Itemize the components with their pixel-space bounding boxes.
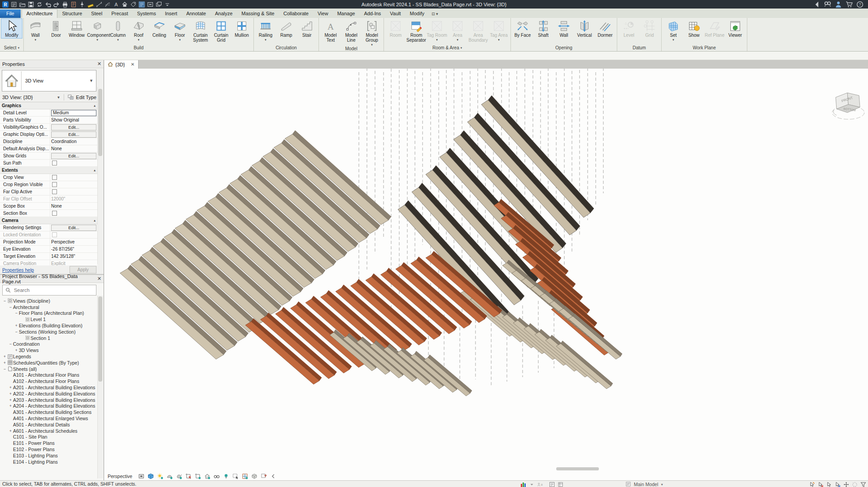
property-value-discipline[interactable]: Coordination — [50, 138, 97, 145]
viewport-size-icon[interactable] — [138, 473, 144, 479]
type-selector[interactable]: 3D View ▼ — [2, 70, 96, 91]
tree-expander-icon[interactable]: + — [8, 404, 13, 408]
tree-item-a101-architectural-floor-plans[interactable]: A101 - Architectural Floor Plans — [0, 372, 104, 378]
property-value-section-box[interactable] — [50, 210, 97, 217]
help-icon[interactable]: ? — [856, 1, 864, 8]
tab-massing-site[interactable]: Massing & Site — [237, 9, 279, 18]
tree-item-a201-architectural-building-elevations[interactable]: +A201 - Architectural Building Elevation… — [0, 384, 104, 391]
ceiling-button[interactable]: Ceiling — [149, 19, 170, 38]
tree-expander-icon[interactable]: + — [8, 385, 13, 390]
property-value-rendering-settings[interactable]: Edit... — [50, 224, 97, 231]
property-value-visibility-graphics-o[interactable]: Edit... — [50, 124, 97, 130]
tree-item-architectural[interactable]: −Architectural — [0, 304, 104, 310]
tab-precast[interactable]: Precast — [107, 9, 132, 18]
temporary-hide-isolate-icon[interactable] — [214, 473, 220, 479]
properties-scrollbar[interactable] — [97, 87, 103, 264]
select-underlay-toggle[interactable] — [818, 482, 824, 487]
tree-item-sheets-all[interactable]: −Sheets (all) — [0, 366, 104, 372]
tab-file[interactable]: File — [0, 9, 21, 18]
tab-vault[interactable]: Vault — [385, 9, 405, 18]
floor-button[interactable]: Floor▾ — [170, 19, 190, 41]
property-value-scope-box[interactable]: None — [50, 203, 97, 209]
workset-user-icon[interactable]: :0 — [537, 482, 546, 487]
property-value-show-grids[interactable]: Edit... — [50, 152, 97, 159]
tab-systems[interactable]: Systems — [132, 9, 160, 18]
by-face-button[interactable]: By Face — [512, 19, 533, 38]
tree-item-section-1[interactable]: Section 1 — [0, 335, 104, 341]
thin-lines-icon[interactable] — [104, 1, 111, 8]
tree-expander-icon[interactable]: − — [2, 367, 7, 371]
main-model-label[interactable]: Main Model — [634, 482, 658, 487]
print-icon[interactable] — [61, 1, 69, 8]
tree-item-a202-architectural-building-elevations[interactable]: +A202 - Architectural Building Elevation… — [0, 391, 104, 397]
home-3d-view-icon[interactable] — [121, 1, 128, 8]
select-links-toggle[interactable] — [809, 482, 815, 487]
text-icon[interactable]: A — [112, 1, 120, 8]
window-button[interactable]: Window — [66, 19, 87, 38]
tab-add-ins[interactable]: Add-Ins — [359, 9, 385, 18]
editing-requests-icon[interactable] — [549, 482, 555, 487]
canvas-horizontal-scrollbar[interactable] — [556, 467, 599, 470]
tree-item-floor-plans-architectural-plan[interactable]: −Floor Plans (Architectural Plan) — [0, 310, 104, 317]
property-value-crop-region-visible[interactable] — [50, 181, 97, 188]
set-button[interactable]: Set▾ — [663, 19, 684, 41]
tree-item-legends[interactable]: +Legends — [0, 353, 104, 360]
aligned-dimension-icon[interactable] — [95, 1, 103, 8]
search-icon[interactable] — [824, 1, 831, 8]
tab-modify[interactable]: Modify — [406, 9, 429, 18]
tab-manage[interactable]: Manage — [333, 9, 360, 18]
shadows-icon[interactable] — [166, 473, 173, 479]
measure-icon[interactable] — [87, 1, 94, 8]
ramp-button[interactable]: Ramp — [276, 19, 297, 38]
tree-item-schedules-quantities-by-type[interactable]: +Schedules/Quantities (By Type) — [0, 360, 104, 366]
search-input[interactable] — [13, 287, 93, 293]
view-cube[interactable]: FRONT BOTTOM — [830, 87, 867, 131]
caret-icon[interactable] — [529, 482, 535, 487]
property-value-crop-view[interactable] — [50, 174, 97, 181]
filter-toggle[interactable] — [860, 482, 866, 487]
design-options-control[interactable]: Main Model ▼ — [626, 481, 663, 487]
tab-structure[interactable]: Structure — [57, 9, 87, 18]
apply-button[interactable]: Apply — [70, 266, 96, 274]
locked-3d-view-icon[interactable] — [204, 473, 210, 479]
wall-button[interactable]: Wall — [554, 19, 574, 38]
section-camera[interactable]: Camera▴ — [0, 217, 97, 224]
property-value-detail-level[interactable]: Medium — [50, 109, 97, 116]
property-value-graphic-display-opti[interactable]: Edit... — [50, 131, 97, 138]
component-button[interactable]: Component▾ — [87, 19, 108, 41]
tree-expander-icon[interactable]: − — [14, 330, 19, 334]
browser-search-box[interactable] — [2, 285, 96, 296]
tree-item-elevations-building-elevation[interactable]: +Elevations (Building Elevation) — [0, 322, 104, 329]
tree-item-a102-architectural-floor-plans[interactable]: A102 - Architectural Floor Plans — [0, 378, 104, 384]
displacement-icon[interactable] — [251, 473, 257, 479]
curtain-grid-button[interactable]: Curtain Grid — [211, 19, 231, 43]
tree-item-e104-lighting-plans[interactable]: E104 - Lighting Plans — [0, 459, 104, 465]
analytical-model-icon[interactable] — [242, 473, 248, 479]
door-button[interactable]: Door — [46, 19, 66, 38]
reveal-hidden-icon[interactable] — [223, 473, 229, 479]
render-dialog-icon[interactable] — [176, 473, 182, 479]
tree-expander-icon[interactable]: − — [8, 342, 13, 346]
property-value-parts-visibility[interactable]: Show Original — [50, 117, 97, 123]
collapse-chevron-icon[interactable] — [270, 473, 276, 479]
tree-item-sections-working-section[interactable]: −Sections (Working Section) — [0, 329, 104, 335]
tree-item-c101-site-plan[interactable]: C101 - Site Plan — [0, 434, 104, 440]
tab-insert[interactable]: Insert — [161, 9, 182, 18]
open-folder-icon[interactable] — [18, 1, 26, 8]
tree-expander-icon[interactable]: + — [8, 391, 13, 396]
project-browser-close-icon[interactable]: ✕ — [97, 276, 101, 282]
tab-collaborate[interactable]: Collaborate — [279, 9, 313, 18]
view-tab-close-icon[interactable]: ✕ — [131, 62, 134, 67]
browser-scrollbar[interactable] — [97, 296, 103, 478]
tab-analyze[interactable]: Analyze — [210, 9, 237, 18]
curtain-system-button[interactable]: Curtain System — [190, 19, 211, 43]
save-icon[interactable] — [27, 1, 35, 8]
property-value-default-analysis-disp[interactable]: None — [50, 145, 97, 152]
view-tab-3d[interactable]: {3D} ✕ — [104, 60, 139, 69]
tree-item-3d-views[interactable]: +3D Views — [0, 347, 104, 353]
section-extents[interactable]: Extents▴ — [0, 167, 97, 174]
property-value-sun-path[interactable] — [50, 160, 97, 166]
dormer-button[interactable]: Dormer — [595, 19, 615, 38]
tree-item-a204-architectural-building-elevations[interactable]: +A204 - Architectural Building Elevation… — [0, 403, 104, 409]
room-separator-button[interactable]: Room Separator — [406, 19, 427, 43]
